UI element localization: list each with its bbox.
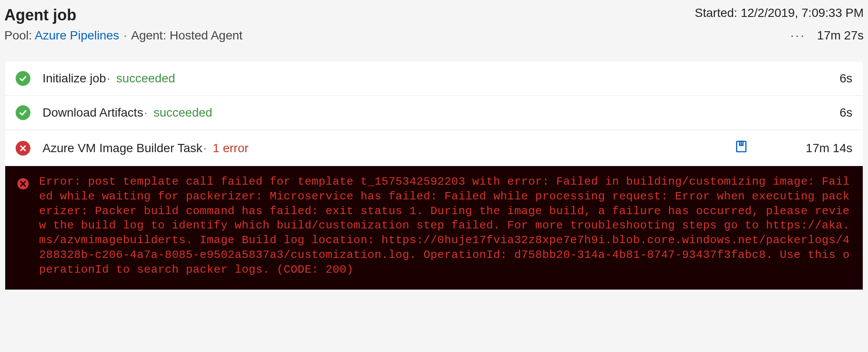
success-icon [16,71,30,86]
step-status-text: succeeded [116,72,175,85]
steps-list: Initialize job · succeeded6sDownload Art… [5,62,863,166]
step-status-text: 1 error [213,141,248,155]
separator-dot: · [203,141,207,155]
step-right: 6s [800,106,852,120]
error-icon [16,141,30,156]
pool-link[interactable]: Azure Pipelines [35,29,119,42]
step-row[interactable]: Initialize job · succeeded6s [5,62,863,96]
pool-agent-line: Pool: Azure Pipelines · Agent: Hosted Ag… [4,29,243,42]
separator-dot: · [144,106,148,120]
separator-dot: · [123,29,130,42]
error-log-panel: Error: post template call failed for tem… [5,166,863,290]
agent-name: Hosted Agent [170,29,243,42]
header-right: Started: 12/2/2019, 7:09:33 PM ··· 17m 2… [695,6,864,42]
started-value: 12/2/2019, 7:09:33 PM [741,6,864,20]
separator-dot: · [107,72,110,85]
job-header: Agent job Pool: Azure Pipelines · Agent:… [0,0,868,49]
artifact-icon[interactable] [734,140,748,156]
step-right: 6s [800,72,852,85]
started-line: Started: 12/2/2019, 7:09:33 PM [695,6,864,20]
pool-label: Pool: [4,29,32,42]
step-right: 17m 14s [734,140,852,156]
step-row[interactable]: Download Artifacts · succeeded6s [5,96,863,130]
more-actions-button[interactable]: ··· [790,29,806,42]
step-status-text: succeeded [154,106,212,120]
step-name: Download Artifacts [43,106,143,120]
duration-line: ··· 17m 27s [695,29,864,42]
step-duration: 6s [800,106,852,120]
page-title: Agent job [4,6,243,24]
header-left: Agent job Pool: Azure Pipelines · Agent:… [4,6,243,42]
step-duration: 6s [800,72,852,85]
error-icon [17,178,29,189]
step-row[interactable]: Azure VM Image Builder Task · 1 error17m… [5,130,863,166]
started-label: Started: [695,6,737,20]
total-duration: 17m 27s [817,29,864,42]
agent-label: Agent: [131,29,166,42]
error-message-text[interactable]: Error: post template call failed for tem… [39,175,851,277]
step-name: Initialize job [43,72,106,85]
step-name: Azure VM Image Builder Task [43,141,202,155]
step-duration: 17m 14s [800,141,852,155]
success-icon [16,105,30,120]
